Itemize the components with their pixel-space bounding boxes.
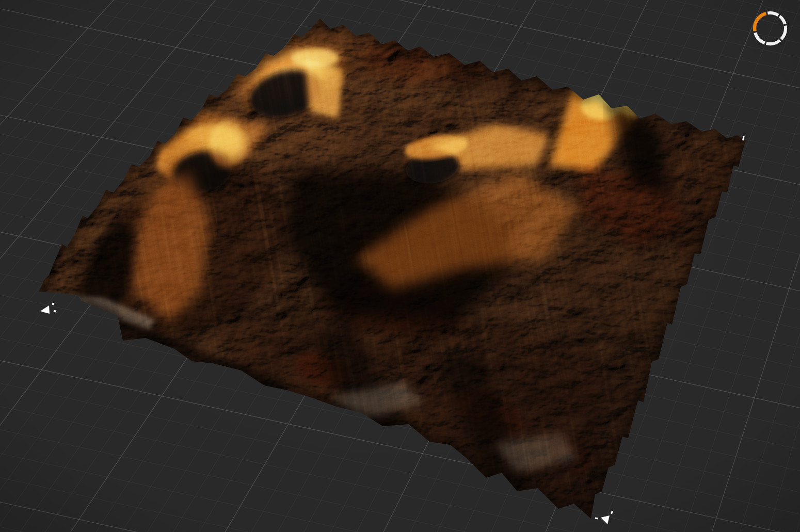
scene xyxy=(0,0,800,532)
vignette xyxy=(0,0,800,532)
viewport-canvas[interactable] xyxy=(0,0,800,532)
